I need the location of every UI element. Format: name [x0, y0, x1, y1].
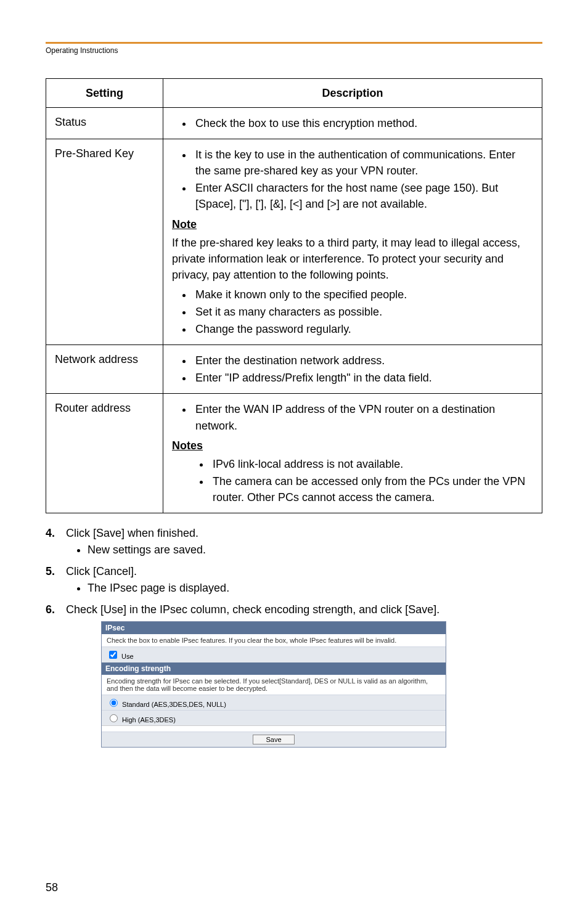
- list-item: Enter the WAN IP address of the VPN rout…: [193, 401, 533, 433]
- description-cell: Enter the destination network address. E…: [163, 345, 542, 394]
- step-number: 4.: [46, 527, 63, 540]
- high-radio[interactable]: [110, 714, 118, 722]
- list-item: Change the password regularly.: [193, 321, 533, 337]
- description-cell: Enter the WAN IP address of the VPN rout…: [163, 394, 542, 513]
- description-cell: Check the box to use this encryption met…: [163, 108, 542, 139]
- standard-label: Standard (AES,3DES,DES, NULL): [122, 701, 226, 708]
- setting-cell: Status: [46, 108, 163, 139]
- col-description-header: Description: [163, 79, 542, 108]
- use-row: Use: [102, 646, 446, 662]
- high-row: High (AES,3DES): [102, 710, 446, 725]
- list-item: Check the box to use this encryption met…: [193, 115, 533, 131]
- step-number: 6.: [46, 603, 63, 616]
- description-cell: It is the key to use in the authenticati…: [163, 139, 542, 345]
- high-label: High (AES,3DES): [122, 716, 176, 724]
- use-label: Use: [121, 653, 134, 660]
- step-text: Check [Use] in the IPsec column, check e…: [66, 603, 439, 616]
- header-label: Operating Instructions: [46, 46, 542, 55]
- use-checkbox[interactable]: [109, 651, 117, 659]
- list-item: Enter the destination network address.: [193, 353, 533, 369]
- button-row: Save: [102, 732, 446, 747]
- header-rule: [46, 42, 542, 44]
- list-item: Make it known only to the specified peop…: [193, 287, 533, 303]
- step-item: 6. Check [Use] in the IPsec column, chec…: [46, 603, 542, 748]
- list-item: Enter ASCII characters for the host name…: [193, 180, 533, 212]
- note-paragraph: If the pre-shared key leaks to a third p…: [172, 235, 533, 283]
- step-text: Click [Cancel].: [66, 565, 137, 577]
- step-text: Click [Save] when finished.: [66, 527, 198, 539]
- setting-cell: Router address: [46, 394, 163, 513]
- steps-list: 4. Click [Save] when finished. New setti…: [46, 527, 542, 748]
- note-heading: Note: [172, 216, 533, 232]
- table-row: Network address Enter the destination ne…: [46, 345, 542, 394]
- list-item: Set it as many characters as possible.: [193, 304, 533, 320]
- settings-table: Setting Description Status Check the box…: [46, 78, 542, 513]
- save-button[interactable]: Save: [253, 735, 294, 744]
- list-item: New settings are saved.: [88, 544, 542, 556]
- step-item: 4. Click [Save] when finished. New setti…: [46, 527, 542, 556]
- list-item: Enter "IP address/Prefix length" in the …: [193, 370, 533, 386]
- list-item: The IPsec page is displayed.: [88, 582, 542, 595]
- list-item: IPv6 link-local address is not available…: [210, 456, 533, 472]
- encoding-section-bar: Encoding strength: [102, 662, 446, 675]
- table-row: Status Check the box to use this encrypt…: [46, 108, 542, 139]
- col-setting-header: Setting: [46, 79, 163, 108]
- table-row: Pre-Shared Key It is the key to use in t…: [46, 139, 542, 345]
- ipsec-section-bar: IPsec: [102, 622, 446, 634]
- encoding-note: Encoding strength for IPsec can be selec…: [102, 675, 446, 695]
- step-number: 5.: [46, 565, 63, 578]
- standard-radio[interactable]: [110, 699, 118, 707]
- list-item: The camera can be accessed only from the…: [210, 473, 533, 505]
- table-row: Router address Enter the WAN IP address …: [46, 394, 542, 513]
- notes-heading: Notes: [172, 438, 533, 454]
- step-item: 5. Click [Cancel]. The IPsec page is dis…: [46, 565, 542, 595]
- standard-row: Standard (AES,3DES,DES, NULL): [102, 695, 446, 710]
- ipsec-note: Check the box to enable IPsec features. …: [102, 634, 446, 646]
- setting-cell: Pre-Shared Key: [46, 139, 163, 345]
- ipsec-screenshot: IPsec Check the box to enable IPsec feat…: [101, 621, 446, 748]
- divider: [102, 725, 446, 732]
- setting-cell: Network address: [46, 345, 163, 394]
- list-item: It is the key to use in the authenticati…: [193, 147, 533, 179]
